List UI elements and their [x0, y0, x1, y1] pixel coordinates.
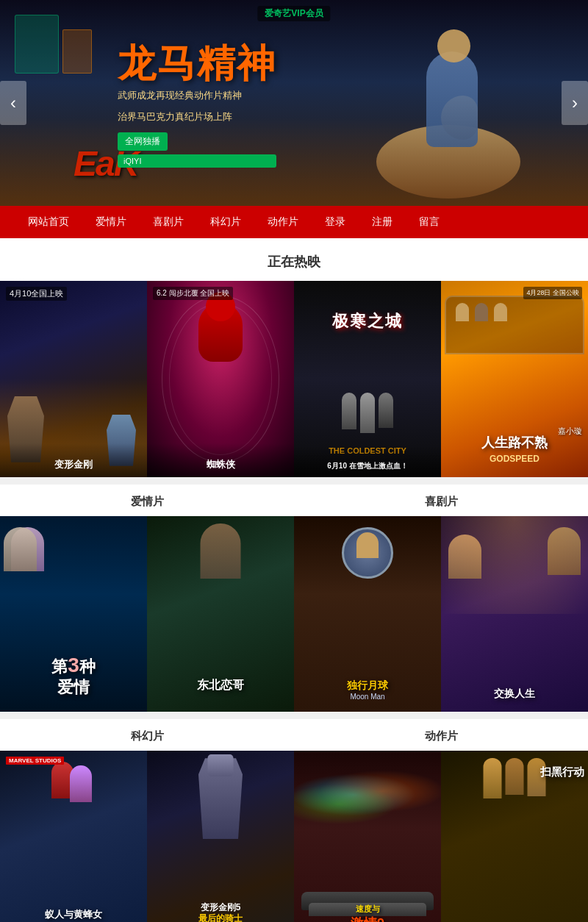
iqiyi-logo: 爱奇艺VIP会员 — [257, 6, 330, 21]
comedy-posters: 独行月球 Moon Man 交换人生 — [294, 516, 588, 712]
now-showing-title: 正在热映 — [0, 238, 588, 281]
romance-comedy-section: 爱情片 第3种爱情 东北恋哥 — [0, 485, 588, 712]
spiderman-label: 蜘蛛侠 — [147, 443, 294, 477]
now-showing-grid: 变形金刚 4月10全国上映 蜘蛛侠 6.2 闯步北覆 全国上映 — [0, 281, 588, 477]
action-section: 动作片 速度与 激情9 — [294, 719, 588, 922]
romance-posters: 第3种爱情 东北恋哥 — [0, 516, 294, 712]
now-showing-section: 正在热映 变形金刚 4月10全国上映 — [0, 238, 588, 477]
action-posters: 速度与 激情9 扫黑行动 — [294, 751, 588, 922]
movie-poster-spiderman[interactable]: 蜘蛛侠 6.2 闯步北覆 全国上映 — [147, 281, 294, 477]
nav-item-message[interactable]: 留言 — [406, 206, 453, 238]
person-body — [426, 51, 478, 147]
movie-poster-third-love[interactable]: 第3种爱情 — [0, 516, 147, 712]
scifi-title: 科幻片 — [0, 719, 294, 751]
movie-poster-ant-wasp[interactable]: MARVEL STUDIOS 蚁人与黄蜂女 量子狂潮 — [0, 751, 147, 922]
building-sign-1 — [15, 15, 59, 74]
movie-poster-fast9[interactable]: 速度与 激情9 — [294, 751, 441, 922]
movie-poster-godspeed[interactable]: 4月28日 全国公映 嘉小璇 人生路不熟 GODSPEED — [441, 281, 588, 477]
hero-character — [382, 15, 544, 206]
scifi-posters: MARVEL STUDIOS 蚁人与黄蜂女 量子狂潮 变形金刚5最后的骑士 — [0, 751, 294, 922]
hero-next-arrow[interactable]: › — [562, 81, 588, 125]
nav-item-comedy[interactable]: 喜剧片 — [140, 206, 197, 238]
hero-movie-title: 龙马精神 — [118, 44, 276, 82]
scifi-action-section: 科幻片 MARVEL STUDIOS 蚁人与黄蜂女 量子狂潮 — [0, 719, 588, 922]
romance-title: 爱情片 — [0, 485, 294, 516]
nav-item-register[interactable]: 注册 — [359, 206, 406, 238]
movie-poster-northeast-bf[interactable]: 东北恋哥 — [147, 516, 294, 712]
movie-poster-transformers[interactable]: 变形金刚 4月10全国上映 — [0, 281, 147, 477]
hero-prev-arrow[interactable]: ‹ — [0, 81, 26, 125]
comedy-section: 喜剧片 独行月球 Moon Man — [294, 485, 588, 712]
building-sign-2 — [62, 29, 92, 74]
hero-subtitle-1: 武师成龙再现经典动作片精神 — [118, 88, 276, 104]
transformers-note: 4月10全国上映 — [6, 287, 67, 301]
coldest-city-note: 6月10 在雪地上激点血！ — [294, 446, 441, 477]
nav-item-scifi[interactable]: 科幻片 — [197, 206, 254, 238]
spiderman-note: 6.2 闯步北覆 全国上映 — [153, 287, 233, 300]
comedy-title: 喜剧片 — [294, 485, 588, 516]
godspeed-release: 4月28日 全国公映 — [523, 287, 582, 299]
movie-poster-coldest-city[interactable]: 极寒之城 THE COLDEST CITY 6月10 在雪地上激点血！ — [294, 281, 441, 477]
hero-text: 龙马精神 武师成龙再现经典动作片精神 治界马巴克力真纪片场上阵 全网独播 iQI… — [118, 44, 276, 168]
transformers-label: 变形金刚 — [0, 443, 147, 477]
hero-badge2: iQIYI — [118, 154, 276, 168]
person-head — [437, 29, 470, 62]
hero-badge: 全网独播 — [118, 132, 168, 151]
hero-banner: 爱奇艺VIP会员 龙马精神 武师成龙再现经典动作片精神 治界马巴克力真纪片场上阵… — [0, 0, 588, 206]
action-title: 动作片 — [294, 719, 588, 751]
romance-section: 爱情片 第3种爱情 东北恋哥 — [0, 485, 294, 712]
section-divider-2 — [0, 712, 588, 719]
nav-item-login[interactable]: 登录 — [312, 206, 359, 238]
nav-item-action[interactable]: 动作片 — [254, 206, 312, 238]
movie-poster-exchange-life[interactable]: 交换人生 — [441, 516, 588, 712]
nav-item-romance[interactable]: 爱情片 — [82, 206, 140, 238]
section-divider-1 — [0, 477, 588, 485]
navigation-bar: 网站首页 爱情片 喜剧片 科幻片 动作片 登录 注册 留言 — [0, 206, 588, 238]
movie-poster-anti-black[interactable]: 扫黑行动 THE TIPPING POINT — [441, 751, 588, 922]
nav-item-home[interactable]: 网站首页 — [15, 206, 82, 238]
movie-poster-moon-man[interactable]: 独行月球 Moon Man — [294, 516, 441, 712]
movie-poster-transformers5[interactable]: 变形金刚5最后的骑士 — [147, 751, 294, 922]
scifi-section: 科幻片 MARVEL STUDIOS 蚁人与黄蜂女 量子狂潮 — [0, 719, 294, 922]
hero-subtitle-2: 治界马巴克力真纪片场上阵 — [118, 110, 276, 125]
